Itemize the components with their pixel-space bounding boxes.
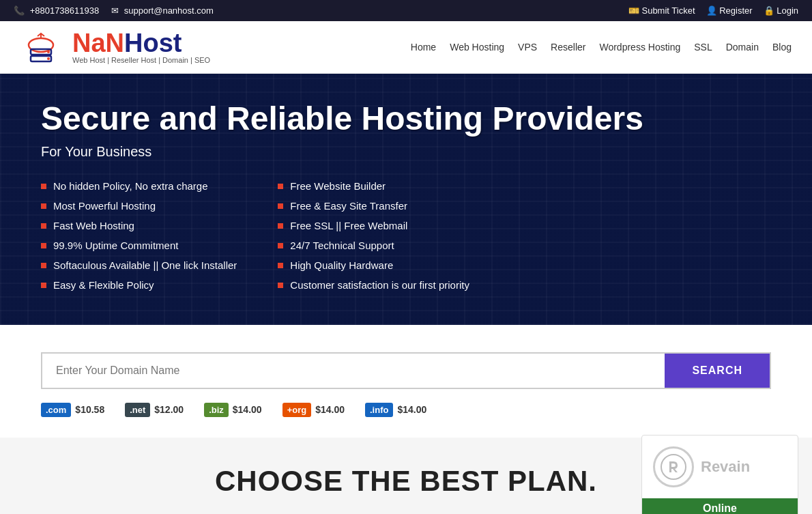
hero-feature-item: Softaculous Available || One lick Instal… [41, 259, 237, 271]
tld-item: .info $14.00 [365, 403, 426, 417]
hero-banner: Secure and Reliable Hosting Providers Fo… [0, 74, 812, 325]
domain-section: SEARCH .com $10.58 .net $12.00 .biz $14.… [0, 325, 812, 438]
bullet-icon [41, 184, 46, 189]
logo-tagline: Web Host | Reseller Host | Domain | SEO [72, 56, 210, 64]
bullet-icon [278, 243, 283, 248]
hero-feature-item: Most Powerful Hosting [41, 200, 237, 212]
bullet-icon [278, 223, 283, 229]
hero-feature-item: No hidden Policy, No extra charge [41, 180, 237, 192]
revain-widget: Revain Online [641, 435, 798, 514]
logo-host: Host [124, 29, 182, 57]
nav-wordpress[interactable]: Wordpress Hosting [599, 42, 680, 53]
nav-vps[interactable]: VPS [518, 42, 537, 53]
bullet-icon [278, 263, 283, 268]
hero-features: No hidden Policy, No extra chargeMost Po… [41, 180, 771, 291]
revain-text: Revain [701, 458, 750, 476]
domain-search-bar: SEARCH [41, 352, 771, 389]
tld-item: .net $12.00 [125, 403, 184, 417]
register-link[interactable]: 👤 Register [706, 5, 753, 16]
header: NaNHost Web Host | Reseller Host | Domai… [0, 21, 812, 74]
ticket-icon: 🎫 [628, 5, 639, 16]
svg-point-4 [47, 57, 50, 60]
hero-feature-item: 24/7 Technical Support [278, 240, 469, 251]
tld-badge: +org [282, 403, 312, 417]
nav-reseller[interactable]: Reseller [551, 42, 585, 53]
tld-price: $14.00 [233, 404, 262, 415]
phone-icon: 📞 [14, 5, 25, 16]
submit-ticket-link[interactable]: 🎫 Submit Ticket [628, 5, 695, 16]
hero-feature-item: Free Website Builder [278, 180, 469, 192]
svg-point-2 [47, 51, 50, 53]
topbar: 📞 +8801738611938 ✉ support@nanhost.com 🎫… [0, 0, 812, 21]
hero-feature-item: Fast Web Hosting [41, 220, 237, 231]
hero-subtitle: For Your Business [41, 144, 771, 160]
tld-list: .com $10.58 .net $12.00 .biz $14.00 +org… [41, 403, 771, 417]
tld-price: $12.00 [154, 404, 184, 415]
nav-ssl[interactable]: SSL [694, 42, 712, 53]
email-icon: ✉ [111, 5, 119, 16]
logo-name: NaNHost [72, 30, 210, 56]
bullet-icon [41, 203, 46, 209]
hero-feature-item: Easy & Flexible Policy [41, 279, 237, 291]
logo-nan: NaN [72, 29, 124, 57]
nav-domain[interactable]: Domain [726, 42, 759, 53]
hero-feature-item: 99.9% Uptime Commitment [41, 240, 237, 251]
hero-features-left: No hidden Policy, No extra chargeMost Po… [41, 180, 237, 291]
tld-badge: .biz [204, 403, 229, 417]
register-icon: 👤 [706, 5, 717, 16]
logo: NaNHost Web Host | Reseller Host | Domai… [20, 27, 210, 68]
topbar-left: 📞 +8801738611938 ✉ support@nanhost.com [14, 5, 214, 16]
email-contact[interactable]: ✉ support@nanhost.com [111, 5, 214, 16]
domain-search-input[interactable] [42, 354, 665, 388]
hero-features-right: Free Website BuilderFree & Easy Site Tra… [278, 180, 469, 291]
bullet-icon [278, 203, 283, 209]
bullet-icon [41, 243, 46, 248]
tld-price: $10.58 [75, 404, 104, 415]
revain-body: Revain [642, 436, 798, 498]
hero-feature-item: Free & Easy Site Transfer [278, 200, 469, 212]
bullet-icon [278, 283, 283, 288]
tld-badge: .info [365, 403, 393, 417]
nav-blog[interactable]: Blog [772, 42, 792, 53]
bullet-icon [278, 184, 283, 189]
server-icon [24, 30, 65, 64]
nav-home[interactable]: Home [411, 42, 436, 53]
revain-icon [653, 446, 694, 487]
tld-price: $14.00 [315, 404, 345, 415]
revain-logo-icon [660, 453, 687, 481]
tld-item: .com $10.58 [41, 403, 104, 417]
logo-icon [20, 27, 68, 68]
phone-contact[interactable]: 📞 +8801738611938 [14, 5, 99, 16]
hero-title: Secure and Reliable Hosting Providers [41, 101, 771, 137]
tld-item: +org $14.00 [282, 403, 345, 417]
login-link[interactable]: 🔒 Login [764, 5, 798, 16]
nav-web-hosting[interactable]: Web Hosting [450, 42, 504, 53]
choose-title: CHOOSE THE BEST PLAN. [215, 465, 597, 498]
domain-search-button[interactable]: SEARCH [665, 354, 770, 388]
tld-badge: .net [125, 403, 150, 417]
logo-text: NaNHost Web Host | Reseller Host | Domai… [72, 30, 210, 64]
hero-feature-item: High Quality Hardware [278, 259, 469, 271]
tld-item: .biz $14.00 [204, 403, 262, 417]
bullet-icon [41, 223, 46, 229]
bullet-icon [41, 283, 46, 288]
hero-feature-item: Free SSL || Free Webmail [278, 220, 469, 231]
revain-online-status: Online [642, 498, 798, 514]
bottom-section: CHOOSE THE BEST PLAN. Revain Online [0, 438, 812, 514]
lock-icon: 🔒 [764, 5, 774, 16]
tld-badge: .com [41, 403, 71, 417]
bullet-icon [41, 263, 46, 268]
topbar-right: 🎫 Submit Ticket 👤 Register 🔒 Login [628, 5, 798, 16]
tld-price: $14.00 [397, 404, 426, 415]
main-nav: Home Web Hosting VPS Reseller Wordpress … [411, 42, 792, 53]
hero-feature-item: Customer satisfaction is our first prior… [278, 279, 469, 291]
